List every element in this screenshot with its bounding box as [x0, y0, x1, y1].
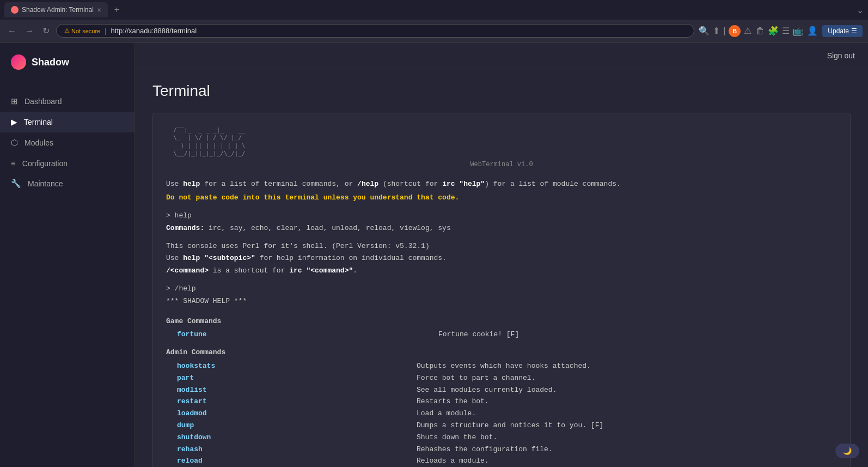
- url-bar[interactable]: ⚠ Not secure | http://xanadu:8888/termin…: [56, 24, 694, 38]
- main-content: Sign out Terminal /‾‾|_ _ _ _|_ __ \_ | …: [135, 43, 868, 467]
- reload-button[interactable]: ↻: [40, 23, 52, 38]
- perl-info-2: Use help "<subtopic>" for help informati…: [166, 253, 837, 264]
- terminal-panel[interactable]: /‾‾|_ _ _ _|_ __ \_ | \/ | / \/ |_/ __) …: [152, 113, 851, 467]
- admin-commands-list: hookstats Outputs events which have hook…: [166, 361, 837, 467]
- shadow-help-header: *** SHADOW HELP ***: [166, 296, 837, 307]
- tab-favicon: [11, 6, 19, 14]
- sidebar-app-title: Shadow: [32, 57, 69, 68]
- forward-button[interactable]: →: [23, 24, 36, 38]
- page-title: Terminal: [152, 82, 851, 100]
- cmd-part: part Force bot to part a channel.: [166, 373, 837, 384]
- sidebar-item-configuration[interactable]: ≡ Configuration: [0, 153, 135, 173]
- back-button[interactable]: ←: [5, 24, 19, 38]
- sidebar-item-terminal[interactable]: ▶ Terminal: [0, 112, 135, 132]
- menu-icon[interactable]: ☰: [782, 26, 790, 36]
- cast-icon[interactable]: 📺: [793, 26, 804, 36]
- main-header: Sign out: [135, 43, 868, 69]
- brave-icon[interactable]: B: [729, 25, 741, 37]
- security-indicator: ⚠ Not secure: [64, 27, 100, 34]
- config-icon: ≡: [11, 159, 16, 168]
- tab-bar: Shadow Admin: Terminal ✕ + ⌄: [0, 0, 868, 20]
- search-icon[interactable]: 🔍: [699, 26, 710, 36]
- sidebar-item-maintance[interactable]: 🔧 Maintance: [0, 173, 135, 194]
- commands-output: Commands: irc, say, echo, clear, load, u…: [166, 223, 837, 234]
- cmd-shutdown: shutdown Shuts down the bot.: [166, 432, 837, 444]
- update-button[interactable]: Update ☰: [822, 25, 863, 37]
- prompt-help: > help: [166, 210, 837, 222]
- extensions-icon[interactable]: 🧩: [768, 26, 779, 36]
- sign-out-link[interactable]: Sign out: [827, 51, 855, 60]
- sidebar-nav: ⊞ Dashboard ▶ Terminal ⬡ Modules ≡ Confi…: [0, 82, 135, 467]
- profile-icon[interactable]: 👤: [807, 26, 818, 36]
- dashboard-icon: ⊞: [11, 96, 18, 106]
- toolbar-icons: 🗑 🧩 ☰ 📺 👤: [756, 26, 818, 36]
- prompt-irc-help: > /help: [166, 283, 837, 295]
- prompt-symbol: > help: [166, 211, 192, 220]
- content-area: Terminal /‾‾|_ _ _ _|_ __ \_ | \/ | / \/…: [135, 69, 868, 467]
- alert-icon[interactable]: ⚠: [744, 26, 751, 36]
- sidebar-label-maintance: Maintance: [28, 179, 63, 188]
- terminal-version: WebTerminal v1.0: [166, 160, 837, 170]
- cmd-reload: reload Reloads a module.: [166, 456, 837, 467]
- perl-info-1: This console uses Perl for it's shell. (…: [166, 241, 837, 252]
- sidebar-logo: [11, 54, 26, 70]
- active-tab[interactable]: Shadow Admin: Terminal ✕: [4, 2, 108, 17]
- cmd-rehash: rehash Rehashes the configuration file.: [166, 444, 837, 456]
- browser-chrome: Shadow Admin: Terminal ✕ + ⌄ ← → ↻ ⚠ Not…: [0, 0, 868, 43]
- url-display: http://xanadu:8888/terminal: [111, 27, 197, 35]
- new-tab-button[interactable]: +: [110, 3, 124, 17]
- address-actions: 🔍 ⬆ | B ⚠: [699, 25, 751, 37]
- modules-icon: ⬡: [11, 138, 18, 148]
- sidebar-item-dashboard[interactable]: ⊞ Dashboard: [0, 91, 135, 112]
- admin-commands-section: Admin Commands: [166, 347, 837, 359]
- cmd-hookstats: hookstats Outputs events which have hook…: [166, 361, 837, 372]
- terminal-icon: ▶: [11, 117, 17, 127]
- address-bar: ← → ↻ ⚠ Not secure | http://xanadu:8888/…: [0, 20, 868, 43]
- trash-icon[interactable]: 🗑: [756, 26, 765, 36]
- cmd-restart: restart Restarts the bot.: [166, 396, 837, 408]
- sidebar: Shadow ⊞ Dashboard ▶ Terminal ⬡ Modules …: [0, 43, 135, 467]
- maintance-icon: 🔧: [11, 179, 21, 189]
- sidebar-header: Shadow: [0, 43, 135, 82]
- sidebar-label-modules: Modules: [25, 138, 53, 147]
- sidebar-label-dashboard: Dashboard: [25, 97, 62, 106]
- tab-close-button[interactable]: ✕: [97, 7, 101, 13]
- perl-info-3: /<command> is a shortcut for irc "<comma…: [166, 265, 837, 277]
- cmd-loadmod: loadmod Load a module.: [166, 408, 837, 420]
- info-line-1: Use help for a list of terminal commands…: [166, 179, 837, 190]
- ascii-art: /‾‾|_ _ _ _|_ __ \_ | \/ | / \/ |_/ __) …: [166, 126, 837, 157]
- terminal-text: Use help for a list of terminal commands…: [166, 179, 837, 467]
- dark-mode-toggle[interactable]: 🌙: [835, 444, 859, 458]
- cmd-fortune: fortune Fortune cookie! [F]: [166, 329, 837, 341]
- game-commands-section: Game Commands: [166, 316, 837, 327]
- sidebar-label-terminal: Terminal: [24, 118, 53, 126]
- app-layout: Shadow ⊞ Dashboard ▶ Terminal ⬡ Modules …: [0, 43, 868, 467]
- cmd-modlist: modlist See all modules currently loaded…: [166, 385, 837, 396]
- share-icon[interactable]: ⬆: [713, 26, 720, 36]
- cmd-dump: dump Dumps a structure and notices it to…: [166, 420, 837, 432]
- sidebar-item-modules[interactable]: ⬡ Modules: [0, 132, 135, 153]
- sidebar-label-configuration: Configuration: [22, 159, 68, 168]
- tab-label: Shadow Admin: Terminal: [22, 6, 94, 14]
- tab-menu-button[interactable]: ⌄: [857, 5, 864, 15]
- warning-line: Do not paste code into this terminal unl…: [166, 192, 837, 204]
